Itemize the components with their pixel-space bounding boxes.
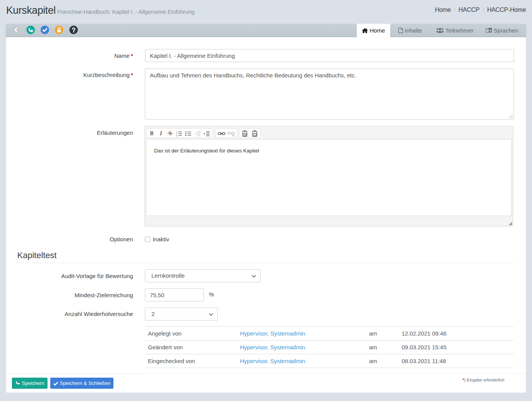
svg-text:T: T: [254, 133, 256, 136]
svg-text:A: A: [489, 29, 491, 32]
svg-text:2: 2: [176, 134, 177, 137]
svg-text:I: I: [159, 131, 162, 136]
svg-text:W: W: [244, 133, 246, 136]
svg-text:1: 1: [176, 131, 177, 134]
svg-text:B: B: [150, 131, 153, 136]
